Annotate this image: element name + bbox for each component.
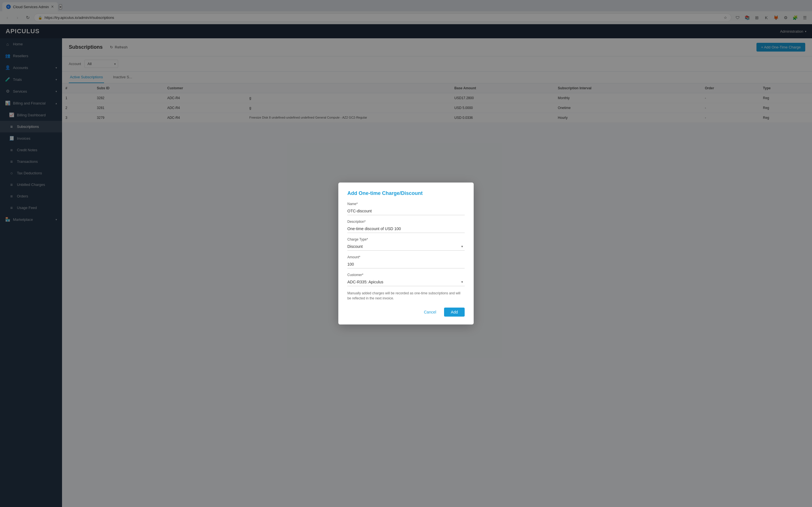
- modal-note: Manually added charges will be recorded …: [347, 291, 465, 301]
- description-form-group: Description*: [347, 220, 465, 233]
- cancel-button[interactable]: Cancel: [419, 307, 441, 317]
- add-button[interactable]: Add: [444, 307, 465, 317]
- description-input[interactable]: [347, 225, 465, 233]
- customer-select-wrapper: ADC-R335: Apiculus ▾: [347, 278, 465, 286]
- name-input[interactable]: [347, 207, 465, 215]
- customer-form-group: Customer* ADC-R335: Apiculus ▾: [347, 273, 465, 286]
- description-label: Description*: [347, 220, 465, 224]
- add-charge-modal: Add One-time Charge/Discount Name* Descr…: [338, 182, 474, 325]
- name-label: Name*: [347, 202, 465, 206]
- customer-label: Customer*: [347, 273, 465, 277]
- charge-type-select[interactable]: Discount Charge: [347, 242, 465, 250]
- amount-form-group: Amount*: [347, 255, 465, 269]
- amount-label: Amount*: [347, 255, 465, 259]
- amount-input[interactable]: [347, 260, 465, 269]
- modal-title: Add One-time Charge/Discount: [347, 190, 465, 196]
- charge-type-form-group: Charge Type* Discount Charge ▾: [347, 237, 465, 251]
- charge-type-select-wrapper: Discount Charge ▾: [347, 242, 465, 251]
- charge-type-label: Charge Type*: [347, 237, 465, 241]
- modal-actions: Cancel Add: [347, 307, 465, 317]
- modal-overlay[interactable]: Add One-time Charge/Discount Name* Descr…: [0, 0, 812, 507]
- customer-select[interactable]: ADC-R335: Apiculus: [347, 278, 465, 286]
- name-form-group: Name*: [347, 202, 465, 215]
